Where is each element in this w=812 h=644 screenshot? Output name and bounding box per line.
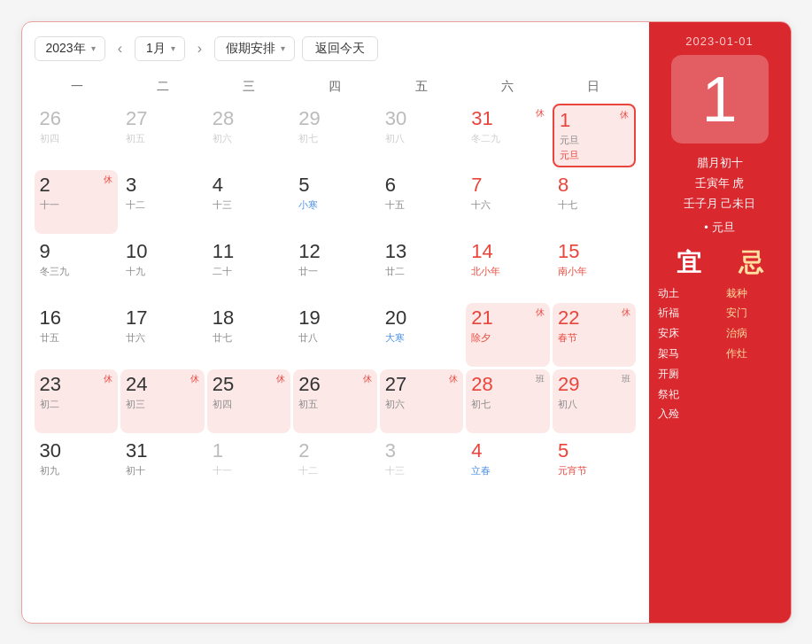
day-cell[interactable]: 2十二 (293, 436, 377, 500)
day-cell[interactable]: 休2十一 (35, 170, 119, 234)
lunar-date: 十五 (385, 198, 405, 212)
day-cell[interactable]: 4立春 (466, 436, 550, 500)
day-cell[interactable]: 3十二 (120, 170, 205, 234)
lunar-date: 初六 (385, 398, 405, 411)
day-cell[interactable]: 3十三 (380, 436, 464, 500)
lunar-date: 初四 (40, 132, 59, 145)
day-cell[interactable]: 休26初五 (293, 369, 377, 433)
solar-term: 大寒 (385, 331, 405, 345)
lunar-date: 初七 (298, 132, 318, 145)
day-number: 30 (385, 107, 406, 130)
day-cell[interactable]: 休21除夕 (466, 303, 550, 367)
day-cell[interactable]: 5小寒 (293, 170, 377, 234)
lunar-date: 十一 (40, 198, 59, 212)
day-cell[interactable]: 20大寒 (380, 303, 464, 367)
day-cell[interactable]: 休25初四 (207, 369, 291, 433)
week-header-cell: 三 (206, 74, 292, 100)
day-cell[interactable]: 30初九 (35, 436, 119, 500)
sidebar-activity-grid: 动土祈福安床架马开厕祭祀入殓 栽种安门治病作灶 (658, 283, 782, 425)
day-number: 23 (40, 373, 61, 396)
day-cell[interactable]: 休1元旦元旦 (553, 104, 637, 167)
day-cell[interactable]: 29初七 (293, 104, 377, 167)
month-dropdown[interactable]: 1月 ▾ (135, 36, 185, 61)
tag-rest: 休 (190, 373, 199, 385)
holiday-dropdown[interactable]: 假期安排 ▾ (214, 36, 295, 61)
day-number: 3 (126, 174, 136, 197)
day-cell[interactable]: 28初六 (207, 104, 291, 167)
day-number: 3 (385, 439, 396, 462)
sidebar-yi-item: 祈福 (658, 303, 714, 323)
lunar-date: 廿二 (385, 265, 405, 278)
day-cell[interactable]: 6十五 (380, 170, 464, 234)
lunar-date: 初六 (213, 132, 232, 145)
day-cell[interactable]: 16廿五 (35, 303, 119, 367)
day-number: 5 (298, 174, 309, 197)
day-cell[interactable]: 12廿一 (293, 237, 377, 300)
day-cell[interactable]: 休27初六 (380, 369, 464, 433)
sidebar-yi-item: 安床 (658, 323, 714, 344)
day-cell[interactable]: 休23初二 (35, 369, 119, 433)
calendar-container: 2023年 ▾ ‹ 1月 ▾ › 假期安排 ▾ 返回今天 一二三四五六日 26初… (21, 21, 792, 624)
lunar-date: 初八 (558, 398, 577, 411)
tag-rest: 休 (276, 373, 285, 385)
lunar-date: 廿五 (40, 331, 59, 345)
holiday-label: 假期安排 (226, 41, 275, 57)
week-header-cell: 四 (292, 74, 378, 100)
tag-rest: 休 (104, 373, 112, 385)
sidebar-yi-item: 祭祀 (658, 384, 714, 405)
day-number: 7 (471, 174, 482, 197)
day-cell[interactable]: 班28初七 (466, 369, 550, 433)
day-cell[interactable]: 8十七 (553, 170, 637, 234)
month-label: 1月 (146, 41, 166, 57)
day-cell[interactable]: 17廿六 (120, 303, 205, 367)
day-cell[interactable]: 30初八 (380, 104, 464, 167)
day-cell[interactable]: 27初五 (120, 104, 205, 167)
day-cell[interactable]: 18廿七 (207, 303, 291, 367)
day-cell[interactable]: 15南小年 (553, 237, 637, 300)
day-cell[interactable]: 13廿二 (380, 237, 464, 300)
day-cell[interactable]: 休31冬二九 (466, 104, 550, 167)
day-number: 26 (298, 373, 320, 396)
lunar-date: 十二 (126, 198, 145, 212)
day-cell[interactable]: 1十一 (207, 436, 291, 500)
day-number: 14 (471, 240, 492, 263)
week-header-cell: 二 (120, 74, 206, 100)
lunar-date: 十七 (558, 198, 577, 212)
day-cell[interactable]: 4十三 (207, 170, 291, 234)
day-number: 5 (558, 439, 568, 462)
day-cell[interactable]: 11二十 (207, 237, 291, 300)
day-cell[interactable]: 31初十 (120, 436, 205, 500)
today-button[interactable]: 返回今天 (302, 36, 378, 61)
tag-rest: 休 (449, 373, 458, 385)
sidebar-lunar-line2: 壬寅年 虎 (684, 173, 756, 193)
lunar-date: 十一 (213, 464, 232, 477)
ji-title: 忌 (739, 246, 763, 280)
day-cell[interactable]: 7十六 (466, 170, 550, 234)
day-number: 26 (40, 107, 61, 130)
lunar-date: 冬三九 (40, 265, 69, 278)
day-number: 4 (213, 174, 223, 197)
day-cell[interactable]: 14北小年 (466, 237, 550, 300)
day-cell[interactable]: 5元宵节 (553, 436, 637, 500)
prev-month-button[interactable]: ‹ (112, 39, 128, 58)
day-cell[interactable]: 休24初三 (120, 369, 205, 433)
day-cell[interactable]: 9冬三九 (35, 237, 119, 300)
festival: 元宵节 (558, 464, 587, 477)
week-header-cell: 六 (464, 74, 550, 100)
lunar-date: 廿一 (298, 265, 318, 278)
lunar-date: 初八 (385, 132, 405, 145)
day-cell[interactable]: 休22春节 (553, 303, 637, 367)
day-cell[interactable]: 10十九 (120, 237, 205, 300)
day-number: 9 (40, 240, 50, 263)
day-cell[interactable]: 班29初八 (553, 369, 637, 433)
next-month-button[interactable]: › (192, 39, 207, 58)
sidebar-ji-item: 安门 (726, 303, 782, 323)
day-cell[interactable]: 26初四 (35, 104, 119, 167)
calendar-grid: 26初四27初五28初六29初七30初八休31冬二九休1元旦元旦休2十一3十二4… (35, 104, 637, 500)
lunar-date: 十三 (213, 198, 232, 212)
year-dropdown[interactable]: 2023年 ▾ (35, 36, 105, 61)
day-cell[interactable]: 19廿八 (293, 303, 377, 367)
lunar-date: 元旦 (560, 134, 579, 147)
day-number: 1 (213, 439, 223, 462)
solar-term: 立春 (471, 464, 491, 477)
